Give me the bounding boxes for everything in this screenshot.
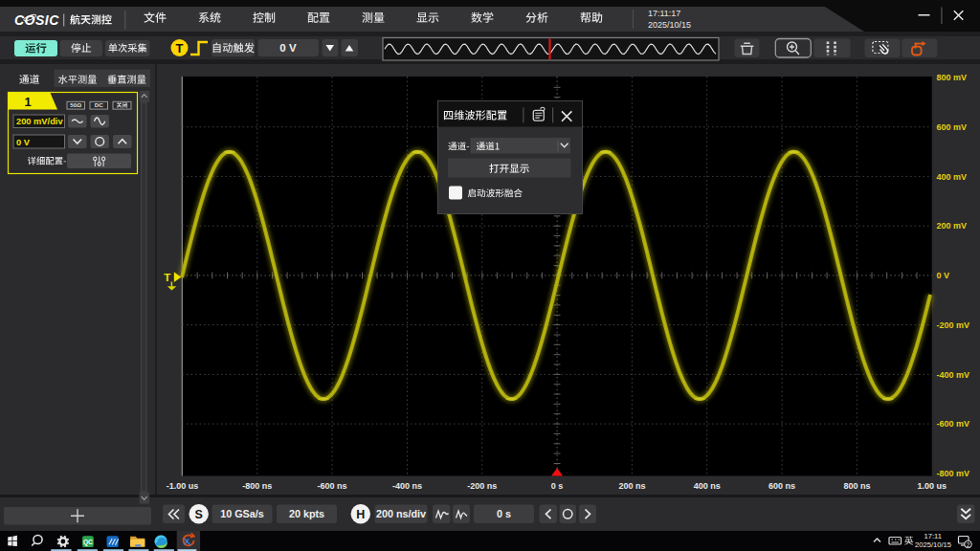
svg-text:-1.00 us: -1.00 us [167, 481, 199, 491]
svg-text:-200 ns: -200 ns [467, 481, 497, 491]
svg-text:-600 ns: -600 ns [318, 481, 347, 491]
svg-text:-800 ns: -800 ns [242, 481, 272, 491]
svg-text:17:11: 17:11 [924, 532, 942, 540]
svg-text:200 ns: 200 ns [618, 481, 645, 491]
svg-text:QC: QC [83, 539, 93, 546]
svg-text:0 V: 0 V [279, 42, 297, 54]
svg-text:S: S [195, 508, 203, 521]
svg-text:2: 2 [967, 541, 970, 548]
svg-text:1: 1 [24, 95, 31, 109]
svg-text:400 ns: 400 ns [694, 481, 721, 491]
svg-text:0 V: 0 V [16, 138, 31, 147]
svg-text:800 mV: 800 mV [937, 73, 968, 82]
svg-text:1.00 us: 1.00 us [917, 481, 947, 491]
svg-text:800 ns: 800 ns [843, 481, 870, 491]
svg-text:200 ns/div: 200 ns/div [376, 508, 426, 519]
svg-text:50Ω: 50Ω [70, 101, 81, 108]
svg-text:10 GSa/s: 10 GSa/s [220, 508, 264, 519]
svg-text:600 ns: 600 ns [768, 481, 795, 491]
svg-text:-400 mV: -400 mV [937, 370, 970, 380]
svg-text:400 mV: 400 mV [937, 172, 968, 182]
svg-text:-800 mV: -800 mV [937, 469, 970, 478]
svg-text:0 s: 0 s [551, 481, 564, 491]
svg-text:DC: DC [95, 101, 103, 108]
svg-text:T: T [176, 41, 184, 55]
svg-text:200 mV: 200 mV [937, 221, 968, 231]
svg-text:20 kpts: 20 kpts [289, 508, 324, 519]
svg-text:-400 ns: -400 ns [392, 481, 422, 491]
svg-text:600 mV: 600 mV [937, 122, 968, 132]
svg-text:200 mV/div: 200 mV/div [16, 117, 63, 126]
svg-text:T: T [164, 272, 170, 283]
svg-text:H: H [356, 508, 365, 521]
svg-text:-600 mV: -600 mV [937, 419, 970, 429]
svg-text:0 V: 0 V [937, 271, 950, 280]
svg-text:-200 mV: -200 mV [937, 320, 970, 330]
svg-text:2025/10/15: 2025/10/15 [915, 540, 951, 549]
svg-text:0 s: 0 s [497, 508, 511, 519]
